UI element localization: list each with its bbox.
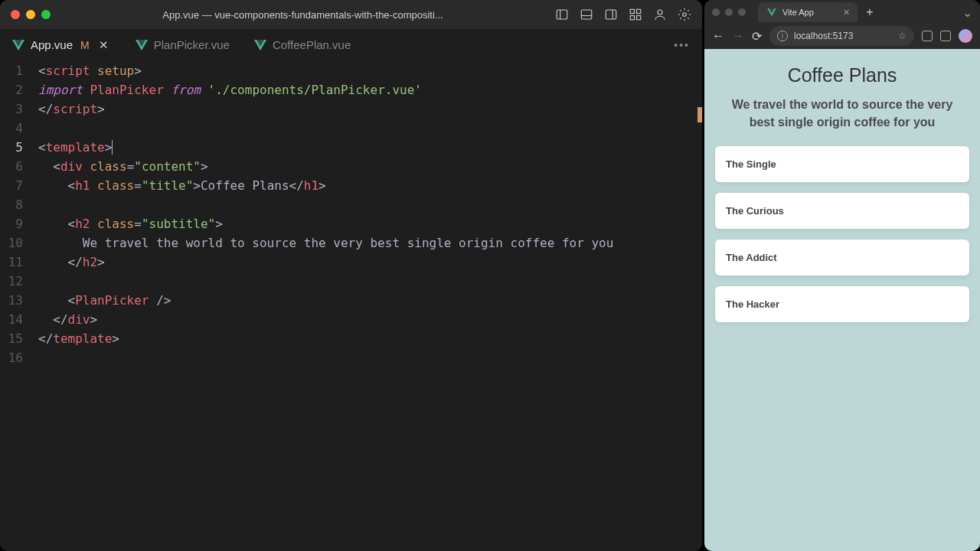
svg-rect-7: [637, 9, 641, 13]
browser-window: Vite App ✕ + ⌄ ← → ⟳ i localhost:5173 ☆ …: [704, 0, 980, 551]
window-minimize-button[interactable]: [26, 10, 35, 19]
tab-app-vue[interactable]: App.vue M ✕: [0, 29, 123, 61]
browser-tab-title: Vite App: [782, 8, 814, 17]
plan-card[interactable]: The Addict: [715, 240, 969, 276]
line-gutter: 1 2 3 4 5 6 7 8 9 10 11 12 13 14 15 16: [0, 61, 38, 551]
extension-icon[interactable]: [922, 31, 933, 41]
tab-label: CoffeePlan.vue: [273, 38, 351, 51]
editor-titlebar: App.vue — vue-components-fundamentals-wi…: [0, 0, 702, 29]
svg-rect-8: [637, 16, 641, 20]
browser-tab-close-button[interactable]: ✕: [843, 8, 850, 18]
window-minimize-button[interactable]: [725, 8, 733, 16]
tab-close-button[interactable]: ✕: [97, 38, 111, 52]
window-title: App.vue — vue-components-fundamentals-wi…: [57, 9, 549, 21]
svg-rect-0: [557, 10, 567, 19]
plan-card[interactable]: The Single: [715, 146, 969, 182]
page-title: Coffee Plans: [715, 64, 969, 86]
tab-label: App.vue: [31, 38, 73, 51]
vue-file-icon: [12, 40, 24, 51]
forward-button[interactable]: →: [732, 29, 744, 43]
window-close-button[interactable]: [712, 8, 720, 16]
profile-avatar[interactable]: [959, 29, 972, 43]
reload-button[interactable]: ⟳: [752, 29, 762, 44]
plan-card[interactable]: The Curious: [715, 193, 969, 229]
settings-gear-icon[interactable]: [678, 8, 691, 21]
tab-modified-indicator: M: [80, 39, 90, 51]
code-editor[interactable]: 1 2 3 4 5 6 7 8 9 10 11 12 13 14 15 16 <…: [0, 61, 702, 551]
new-tab-button[interactable]: +: [862, 5, 877, 19]
site-info-icon[interactable]: i: [777, 31, 788, 41]
traffic-lights: [11, 10, 51, 19]
tabs-overflow-button[interactable]: •••: [674, 39, 690, 51]
browser-tab[interactable]: Vite App ✕: [758, 2, 858, 22]
account-icon[interactable]: [653, 8, 667, 21]
tab-coffeeplan-vue[interactable]: CoffeePlan.vue: [242, 29, 363, 61]
vite-favicon: [767, 8, 776, 16]
svg-rect-9: [630, 16, 634, 20]
svg-point-11: [683, 13, 687, 17]
sidepanel-icon[interactable]: [940, 31, 951, 41]
panel-left-icon[interactable]: [555, 8, 569, 21]
window-maximize-button[interactable]: [41, 10, 51, 19]
editor-window: App.vue — vue-components-fundamentals-wi…: [0, 0, 702, 551]
vue-file-icon: [254, 40, 266, 51]
editor-tabs: App.vue M ✕ PlanPicker.vue CoffeePlan.vu…: [0, 29, 702, 61]
tab-planpicker-vue[interactable]: PlanPicker.vue: [123, 29, 242, 61]
svg-rect-6: [630, 9, 634, 13]
back-button[interactable]: ←: [712, 29, 724, 43]
layout-grid-icon[interactable]: [629, 8, 642, 21]
browser-viewport: Coffee Plans We travel the world to sour…: [704, 49, 980, 551]
svg-rect-2: [581, 10, 592, 19]
browser-traffic-lights: [712, 8, 746, 16]
vue-file-icon: [136, 40, 148, 51]
minimap-change-marker: [697, 107, 702, 122]
code-content[interactable]: <script setup> import PlanPicker from '.…: [38, 61, 702, 551]
browser-chrome: Vite App ✕ + ⌄ ← → ⟳ i localhost:5173 ☆: [704, 0, 980, 49]
window-close-button[interactable]: [11, 10, 20, 19]
window-maximize-button[interactable]: [738, 8, 746, 16]
bookmark-star-icon[interactable]: ☆: [898, 31, 906, 41]
page-subtitle: We travel the world to source the very b…: [715, 96, 969, 131]
address-bar[interactable]: i localhost:5173 ☆: [769, 26, 914, 46]
tab-label: PlanPicker.vue: [154, 38, 230, 51]
tabs-dropdown-button[interactable]: ⌄: [962, 5, 972, 20]
text-cursor: [112, 140, 113, 155]
plan-card[interactable]: The Hacker: [715, 286, 969, 322]
panel-bottom-icon[interactable]: [580, 8, 593, 21]
panel-right-icon[interactable]: [604, 8, 618, 21]
svg-rect-4: [606, 10, 616, 19]
svg-point-10: [658, 10, 662, 15]
url-text: localhost:5173: [794, 31, 853, 41]
